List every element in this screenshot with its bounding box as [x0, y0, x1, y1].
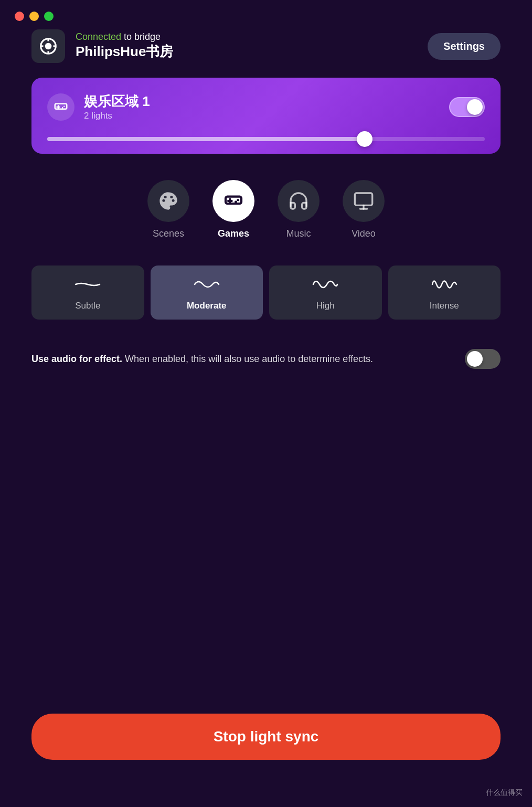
bridge-icon — [31, 29, 65, 63]
brightness-thumb[interactable] — [357, 131, 373, 147]
palette-icon — [158, 190, 179, 211]
video-tab-icon — [343, 180, 385, 222]
music-label: Music — [286, 228, 311, 239]
intensity-grid: Subtle Moderate High — [31, 266, 501, 320]
bridge-name: PhilipsHue书房 — [76, 43, 173, 61]
connection-preposition: to bridge — [121, 31, 161, 42]
games-label: Games — [218, 228, 249, 239]
minimize-button[interactable] — [29, 12, 39, 21]
video-label: Video — [352, 228, 376, 239]
zone-card: 娱乐区域 1 2 lights — [31, 78, 501, 154]
audio-toggle[interactable] — [465, 349, 501, 369]
brightness-track[interactable] — [47, 137, 485, 141]
svg-point-6 — [235, 201, 237, 203]
zone-toggle[interactable] — [449, 97, 485, 117]
intensity-subtle[interactable]: Subtle — [31, 266, 144, 320]
moderate-label: Moderate — [187, 301, 227, 311]
brightness-slider-container — [47, 133, 485, 143]
audio-normal-text: When enabled, this will also use audio t… — [122, 354, 373, 364]
svg-point-7 — [237, 199, 239, 201]
intense-label: Intense — [430, 301, 459, 311]
toggle-knob — [467, 99, 483, 115]
tab-games[interactable]: Games — [207, 180, 260, 239]
brightness-fill — [47, 137, 362, 141]
tab-music[interactable]: Music — [272, 180, 325, 239]
subtle-wave-icon — [75, 277, 101, 294]
stop-sync-button[interactable]: Stop light sync — [31, 714, 501, 760]
connected-word: Connected — [76, 31, 121, 42]
close-button[interactable] — [15, 12, 24, 21]
monitor-icon — [353, 190, 374, 211]
high-wave-icon — [312, 277, 338, 294]
settings-button[interactable]: Settings — [428, 33, 501, 60]
tab-scenes[interactable]: Scenes — [142, 180, 195, 239]
zone-name: 娱乐区域 1 — [84, 92, 150, 111]
zone-lights: 2 lights — [84, 111, 150, 121]
bridge-info: Connected to bridge PhilipsHue书房 — [31, 29, 173, 63]
header-section: Connected to bridge PhilipsHue书房 Setting… — [31, 29, 501, 63]
high-label: High — [316, 301, 335, 311]
svg-point-0 — [45, 43, 52, 50]
subtle-label: Subtle — [75, 301, 100, 311]
audio-description: Use audio for effect. When enabled, this… — [31, 352, 373, 366]
connection-status: Connected to bridge — [76, 31, 173, 43]
music-tab-icon — [278, 180, 320, 222]
moderate-wave-icon — [194, 277, 220, 294]
zone-icon — [47, 93, 75, 121]
maximize-button[interactable] — [44, 12, 54, 21]
mode-tabs: Scenes Games Music — [31, 180, 501, 239]
intense-wave-icon — [431, 277, 457, 294]
zone-details: 娱乐区域 1 2 lights — [84, 92, 150, 121]
intensity-intense[interactable]: Intense — [388, 266, 501, 320]
main-content: Connected to bridge PhilipsHue书房 Setting… — [0, 29, 532, 379]
zone-header: 娱乐区域 1 2 lights — [47, 92, 485, 121]
scenes-tab-icon — [147, 180, 189, 222]
hub-icon — [38, 36, 58, 56]
bridge-text: Connected to bridge PhilipsHue书房 — [76, 31, 173, 61]
watermark: 什么值得买 — [486, 788, 523, 798]
audio-toggle-knob — [467, 351, 483, 367]
intensity-moderate[interactable]: Moderate — [151, 266, 263, 320]
scenes-label: Scenes — [153, 228, 184, 239]
stop-btn-container: Stop light sync — [31, 714, 501, 760]
gamepad-active-icon — [223, 190, 244, 211]
audio-section: Use audio for effect. When enabled, this… — [31, 338, 501, 379]
audio-bold-text: Use audio for effect. — [31, 354, 122, 364]
games-tab-icon — [212, 180, 254, 222]
intensity-high[interactable]: High — [269, 266, 382, 320]
title-bar — [0, 0, 532, 29]
tab-video[interactable]: Video — [337, 180, 390, 239]
headphones-icon — [288, 190, 309, 211]
zone-left: 娱乐区域 1 2 lights — [47, 92, 150, 121]
svg-rect-8 — [355, 193, 372, 205]
gamepad-icon — [53, 99, 69, 115]
